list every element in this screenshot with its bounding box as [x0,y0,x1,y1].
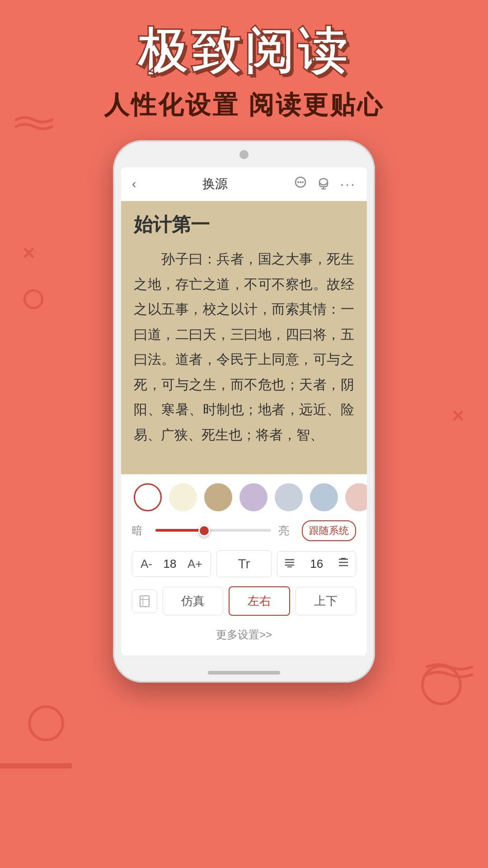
horizontal-mode-button[interactable]: 左右 [229,586,290,616]
decor-x-2: ✕ [451,407,465,426]
page-title: 极致阅读 [0,18,488,85]
color-swatch-cream[interactable] [169,483,197,511]
color-swatch-pink[interactable] [345,483,367,511]
svg-point-2 [300,181,301,183]
svg-rect-15 [140,596,149,607]
line-spacing-control: 16 [277,551,356,577]
phone-mockup: ‹ 换源 [113,140,375,683]
svg-rect-16 [142,596,144,607]
font-row: A- 18 A+ Tr 16 [132,550,356,577]
decor-circle-3 [421,665,462,705]
vertical-mode-button[interactable]: 上下 [296,587,356,615]
decor-stripe-1 [0,763,72,769]
light-label: 亮 [278,524,295,538]
audio-icon[interactable] [316,176,331,193]
svg-point-4 [319,179,328,185]
font-size-control: A- 18 A+ [132,551,211,577]
comment-icon[interactable] [294,176,307,193]
system-follow-button[interactable]: 跟随系统 [302,520,356,541]
back-button[interactable]: ‹ [132,177,136,191]
color-swatch-lightblue[interactable] [310,483,338,511]
font-style-icon: Tr [229,551,259,577]
topbar-icons: ··· [294,176,356,193]
page-mode-row: 仿真 左右 上下 [132,586,356,616]
font-size-value: 18 [160,552,179,576]
chapter-title: 始计第一 [134,212,354,237]
settings-panel: 暗 亮 跟随系统 A- 18 A+ Tr [121,474,367,656]
page-subtitle: 人性化设置 阅读更贴心 [0,88,488,123]
more-icon[interactable]: ··· [340,176,356,193]
scroll-mode-icon [132,590,157,613]
svg-point-1 [297,181,299,183]
font-increase-button[interactable]: A+ [179,552,211,576]
decor-circle-2 [28,705,64,741]
color-swatch-lavender[interactable] [239,483,267,511]
reading-text: 孙子曰：兵者，国之大事，死生之地，存亡之道，不可不察也。故经之以五事，校之以计，… [134,246,354,447]
line-spacing-value: 16 [302,552,331,576]
brightness-slider[interactable] [155,529,271,533]
phone-camera [239,150,249,159]
decor-x-1: ✕ [22,244,35,263]
font-decrease-button[interactable]: A- [132,552,160,576]
phone-screen: ‹ 换源 [121,167,367,656]
more-settings-link[interactable]: 更多设置>> [132,623,356,646]
phone-home-bar [208,671,280,675]
decor-wave-2 [425,660,479,687]
color-swatch-lightbluegray[interactable] [275,483,303,511]
svg-point-3 [302,181,304,183]
font-style-button[interactable]: Tr [216,550,272,577]
decor-circle-1 [23,289,43,309]
color-swatch-tan[interactable] [204,483,232,511]
brightness-row: 暗 亮 跟随系统 [132,520,356,541]
top-bar: ‹ 换源 [121,167,367,201]
reading-area: 始计第一 孙子曰：兵者，国之大事，死生之地，存亡之道，不可不察也。故经之以五事，… [121,201,367,474]
dark-label: 暗 [132,524,148,538]
line-decrease-icon[interactable] [277,552,302,576]
topbar-title[interactable]: 换源 [202,175,228,193]
color-row [132,483,356,511]
color-swatch-white[interactable] [134,483,162,511]
simulation-mode-button[interactable]: 仿真 [163,587,223,615]
line-increase-icon[interactable] [331,552,356,576]
